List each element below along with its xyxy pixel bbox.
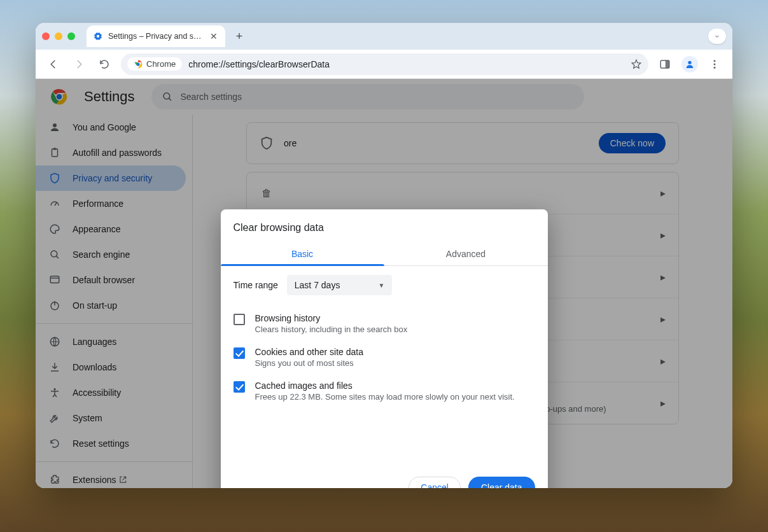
browser-menu-button[interactable] [706, 55, 723, 73]
svg-point-15 [714, 60, 716, 62]
window-zoom-button[interactable] [67, 32, 75, 40]
time-range-value: Last 7 days [295, 280, 340, 290]
page-content: Settings Search settings You and Google … [36, 79, 732, 488]
gear-icon [93, 31, 103, 41]
forward-button[interactable] [70, 55, 88, 73]
chevron-down-icon [713, 32, 721, 40]
bookmark-star-icon[interactable] [631, 59, 642, 70]
tab-basic[interactable]: Basic [221, 242, 384, 265]
person-icon [685, 59, 695, 69]
cancel-button[interactable]: Cancel [408, 477, 461, 488]
clear-data-button[interactable]: Clear data [468, 477, 535, 488]
svg-point-14 [688, 60, 691, 64]
option-title: Cookies and other site data [255, 347, 363, 357]
svg-rect-13 [666, 60, 669, 68]
browser-toolbar: Chrome chrome://settings/clearBrowserDat… [36, 50, 732, 79]
profile-button[interactable] [681, 56, 698, 73]
browser-window: Settings – Privacy and security ✕ + Chro… [36, 23, 732, 488]
dropdown-arrow-icon: ▼ [378, 282, 384, 289]
svg-point-17 [714, 66, 716, 68]
checkbox[interactable] [234, 347, 245, 359]
tab-advanced[interactable]: Advanced [384, 242, 548, 265]
side-panel-button[interactable] [656, 55, 674, 73]
close-icon[interactable]: ✕ [209, 31, 219, 41]
dialog-tabs: Basic Advanced [221, 242, 548, 266]
site-chip-label: Chrome [146, 59, 176, 69]
tab-strip: Settings – Privacy and security ✕ + [36, 23, 732, 50]
address-bar[interactable]: Chrome chrome://settings/clearBrowserDat… [121, 53, 648, 75]
reload-button[interactable] [95, 55, 113, 73]
svg-point-1 [97, 35, 99, 38]
svg-line-7 [101, 39, 101, 39]
clear-browsing-data-dialog: Clear browsing data Basic Advanced Time … [221, 209, 548, 488]
option-browsing-history[interactable]: Browsing historyClears history, includin… [234, 307, 535, 340]
back-button[interactable] [45, 55, 62, 73]
checkbox[interactable] [234, 381, 245, 393]
kebab-icon [709, 59, 720, 70]
option-desc: Signs you out of most sites [255, 358, 363, 368]
browser-tab[interactable]: Settings – Privacy and security ✕ [87, 25, 225, 47]
svg-line-6 [95, 33, 95, 34]
option-desc: Clears history, including in the search … [255, 325, 408, 334]
option-cookies[interactable]: Cookies and other site dataSigns you out… [234, 340, 535, 374]
tab-title: Settings – Privacy and security [108, 32, 204, 41]
checkbox[interactable] [234, 314, 245, 325]
window-controls [42, 32, 75, 40]
time-range-label: Time range [234, 280, 278, 290]
svg-line-9 [101, 33, 101, 34]
option-desc: Frees up 22.3 MB. Some sites may load mo… [255, 392, 515, 402]
window-close-button[interactable] [42, 32, 50, 40]
option-cached[interactable]: Cached images and filesFrees up 22.3 MB.… [234, 374, 535, 408]
tab-overflow-button[interactable] [708, 29, 726, 44]
option-title: Browsing history [255, 313, 408, 323]
time-range-select[interactable]: Last 7 days ▼ [287, 275, 393, 295]
url-text: chrome://settings/clearBrowserData [188, 59, 624, 69]
chrome-icon [134, 60, 143, 69]
site-chip[interactable]: Chrome [127, 57, 182, 71]
dialog-title: Clear browsing data [221, 209, 548, 242]
option-title: Cached images and files [255, 381, 515, 391]
svg-point-16 [714, 63, 716, 65]
window-minimize-button[interactable] [55, 32, 62, 40]
svg-line-8 [95, 39, 95, 39]
new-tab-button[interactable]: + [230, 27, 248, 45]
